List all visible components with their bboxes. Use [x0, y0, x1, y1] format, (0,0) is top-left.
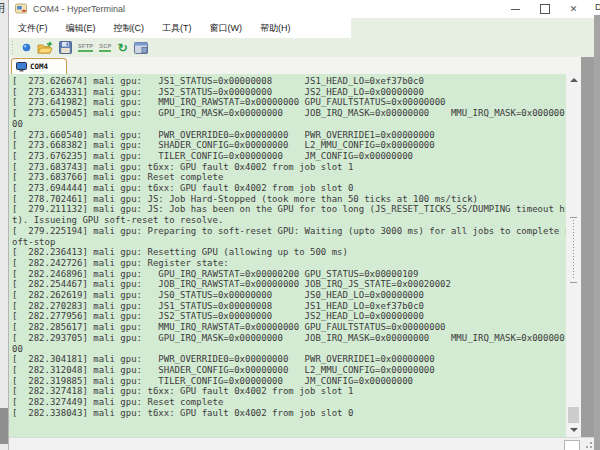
terminal-line: oft-stop [12, 237, 566, 248]
terminal-line: [ 273.626674] mali gpu: JS1_STATUS=0x000… [12, 76, 566, 87]
terminal-line: [ 279.225194] mali gpu: Preparing to sof… [12, 226, 566, 237]
mdi-background [581, 57, 595, 437]
scroll-marker-bottom [570, 282, 577, 283]
sftp-icon[interactable]: SFTP [78, 40, 93, 56]
menu-control[interactable]: 控制(C) [105, 22, 154, 35]
tab-label: COM4 [30, 62, 48, 71]
maximize-icon [540, 4, 550, 14]
command-band: 文件(F) 编辑(E) 控制(C) 工具(T) 窗口(W) 帮助(H) [9, 18, 594, 57]
background-block [0, 408, 8, 444]
scroll-marker-top [570, 217, 577, 218]
terminal-line: 00 [12, 344, 566, 355]
session-tab-bar: COM4 [9, 57, 581, 74]
terminal-monitor-icon [16, 62, 27, 72]
terminal-line: [ 278.702461] mali gpu: JS: Job Hard-Sto… [12, 194, 566, 205]
new-window-icon[interactable] [134, 40, 148, 56]
terminal-line: [ 273.668382] mali gpu: SHADER_CONFIG=0x… [12, 140, 566, 151]
window-title: COM4 - HyperTerminal [33, 4, 125, 14]
terminal-line: [ 282.312048] mali gpu: SHADER_CONFIG=0x… [12, 365, 566, 376]
terminal-line: [ 273.683743] mali gpu: t6xx: GPU fault … [12, 162, 566, 173]
background-text-fragment: 用 [0, 1, 5, 16]
hyperterminal-window: COM4 - HyperTerminal ✕ 文件(F) 编辑(E) 控制(C)… [8, 0, 594, 450]
terminal-line: [ 273.683766] mali gpu: Reset complete [12, 172, 566, 183]
terminal-line: [ 282.285617] mali gpu: MMU_IRQ_RAWSTAT=… [12, 322, 566, 333]
terminal-line: [ 282.319885] mali gpu: TILER_CONFIG=0x0… [12, 376, 566, 387]
menu-window[interactable]: 窗口(W) [201, 22, 252, 35]
desktop: 用 COM4 - HyperTerminal ✕ 文件(F) 编辑(E) 控制(… [0, 0, 600, 450]
refresh-icon[interactable]: ↻ [117, 40, 127, 56]
terminal-line: [ 282.262619] mali gpu: JS0_STATUS=0x000… [12, 290, 566, 301]
close-button[interactable]: ✕ [559, 0, 588, 18]
minimize-icon [511, 9, 520, 10]
terminal-line: [ 273.641982] mali gpu: MMU_IRQ_RAWSTAT=… [12, 97, 566, 108]
menu-bar: 文件(F) 编辑(E) 控制(C) 工具(T) 窗口(W) 帮助(H) [9, 18, 351, 38]
minimize-button[interactable] [501, 0, 530, 18]
terminal-line: [ 282.304181] mali gpu: PWR_OVERRIDE0=0x… [12, 354, 566, 365]
background-window-left: 用 [0, 0, 8, 450]
terminal-line: [ 279.211132] mali gpu: JS: Job has been… [12, 204, 566, 215]
scroll-marker-dots [573, 220, 574, 280]
scroll-up-button[interactable] [566, 73, 581, 87]
background-window-right: D [594, 0, 600, 450]
tab-com4[interactable]: COM4 [11, 58, 67, 74]
resize-grip[interactable] [585, 441, 592, 448]
status-bar [9, 437, 594, 450]
vertical-scrollbar[interactable] [566, 73, 581, 437]
terminal-line: [ 273.660540] mali gpu: PWR_OVERRIDE0=0x… [12, 130, 566, 141]
terminal-line: [ 282.293705] mali gpu: GPU_IRQ_MASK=0x0… [12, 333, 566, 344]
terminal-output[interactable]: [ 273.626674] mali gpu: JS1_STATUS=0x000… [9, 74, 566, 437]
background-text-fragment: D [595, 2, 600, 12]
title-bar[interactable]: COM4 - HyperTerminal ✕ [9, 0, 594, 18]
open-folder-icon[interactable] [37, 40, 53, 56]
menu-file[interactable]: 文件(F) [9, 22, 57, 35]
maximize-button[interactable] [530, 0, 559, 18]
terminal-line: t). Issueing GPU soft-reset to resolve. [12, 215, 566, 226]
terminal-line: [ 273.694444] mali gpu: t6xx: GPU fault … [12, 183, 566, 194]
terminal-line: [ 282.236413] mali gpu: Resetting GPU (a… [12, 247, 566, 258]
terminal-line: [ 282.277956] mali gpu: JS2_STATUS=0x000… [12, 311, 566, 322]
status-pane [564, 440, 580, 450]
menu-edit[interactable]: 编辑(E) [57, 22, 105, 35]
connect-icon[interactable] [22, 40, 31, 56]
sftp-label: SFTP [78, 43, 93, 52]
menu-help[interactable]: 帮助(H) [251, 22, 300, 35]
scp-label: SCP [99, 43, 111, 52]
terminal-line: [ 273.634331] mali gpu: JS2_STATUS=0x000… [12, 87, 566, 98]
terminal-line: [ 282.327449] mali gpu: Reset complete [12, 397, 566, 408]
terminal-line: [ 282.254467] mali gpu: JOB_IRQ_RAWSTAT=… [12, 279, 566, 290]
scroll-down-button[interactable] [566, 423, 581, 437]
scroll-down-icon [570, 428, 578, 432]
hyperterminal-app-icon [15, 3, 27, 15]
scp-icon[interactable]: SCP [99, 40, 111, 56]
toolbar-grip[interactable] [12, 41, 13, 55]
save-icon[interactable] [59, 40, 72, 56]
scroll-up-icon [570, 78, 578, 82]
terminal-line: [ 282.270283] mali gpu: JS1_STATUS=0x000… [12, 301, 566, 312]
terminal-line: [ 282.246896] mali gpu: GPU_IRQ_RAWSTAT=… [12, 269, 566, 280]
terminal-line: [ 282.327418] mali gpu: t6xx: GPU fault … [12, 386, 566, 397]
terminal-line: 00 [12, 119, 566, 130]
terminal-line: [ 282.242726] mali gpu: Register state: [12, 258, 566, 269]
terminal-line: [ 273.650045] mali gpu: GPU_IRQ_MASK=0x0… [12, 108, 566, 119]
toolbar: SFTP SCP ↻ [9, 38, 594, 57]
terminal-line: [ 273.676235] mali gpu: TILER_CONFIG=0x0… [12, 151, 566, 162]
menu-tools[interactable]: 工具(T) [153, 22, 201, 35]
close-icon: ✕ [570, 5, 578, 14]
terminal-line: [ 282.338043] mali gpu: t6xx: GPU fault … [12, 408, 566, 419]
